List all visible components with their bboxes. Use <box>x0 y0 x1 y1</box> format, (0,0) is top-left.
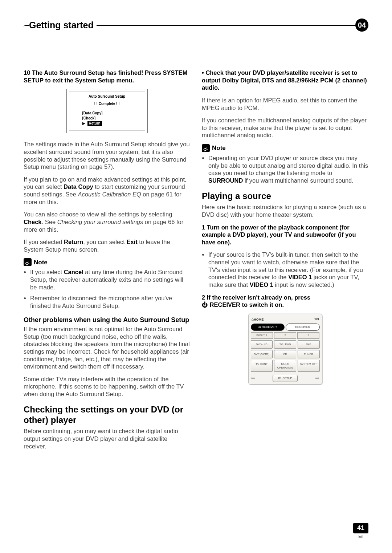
para-mpeg-option: If there is an option for MPEG audio, se… <box>202 97 368 111</box>
page-footer: 41 En <box>353 523 368 538</box>
remote-btn-dvd-ld: DVD / LD <box>251 340 273 349</box>
page-number-badge: 41 <box>353 523 368 533</box>
para-data-copy: If you plan to go on and make advanced s… <box>24 176 190 206</box>
remote-subtab-2: 2 <box>274 332 296 339</box>
para-before-continuing: Before continuing, you may want to check… <box>24 427 190 450</box>
remote-home-label: HOME <box>254 318 264 321</box>
arrow-left-icon: ⬅ <box>251 375 255 382</box>
right-column: Check that your DVD player/satellite rec… <box>202 69 368 455</box>
page-language: En <box>353 534 368 538</box>
remote-btn-setup: 🛠SETUP <box>273 375 298 382</box>
remote-btn-system-off: SYSTEM OFF <box>298 360 320 372</box>
step1-bullet: If your source is the TV's built-in tune… <box>208 251 368 288</box>
section-checking-dvd: Checking the settings on your DVD (or ot… <box>24 404 190 426</box>
step1-bullets: If your source is the TV's built-in tune… <box>202 251 368 288</box>
remote-btn-cd: CD <box>274 350 296 358</box>
power-icon <box>202 301 210 308</box>
subheading-other-problems: Other problems when using the Auto Surro… <box>24 316 190 324</box>
remote-subtab-3: 3 <box>297 332 319 339</box>
remote-page-indicator: 1/3 <box>314 317 319 321</box>
osd-return: Return <box>87 121 102 126</box>
note-icon <box>24 258 32 266</box>
para-settings-made: The settings made in the Auto Surround S… <box>24 141 190 171</box>
osd-screenshot: Auto Surround Setup ! ! Complete ! ! [Da… <box>66 89 148 133</box>
note-list: If you select Cancel at any time during … <box>24 268 190 309</box>
para-basic-instructions: Here are the basic instructions for play… <box>202 203 368 218</box>
para-room-environment: If the room environment is not optimal f… <box>24 325 190 370</box>
remote-btn-tv-cont: TV CONT <box>251 360 273 372</box>
remote-btn-dvr: DVR (VCR1) <box>251 350 273 358</box>
remote-subtab-input1: INPUT 1 <box>251 332 273 339</box>
para-multichannel-analog: If you connected the multichannel analog… <box>202 117 368 139</box>
osd-data-copy: [Data Copy] <box>72 111 143 116</box>
remote-touchscreen-graphic: HOME 1/3 ⏻ RECEIVER RECEIVER INPUT 1 2 3… <box>248 314 322 385</box>
step-10-heading: 10 The Auto Surround Setup has finished!… <box>24 69 190 84</box>
note-item: Depending on your DVD player or source d… <box>208 154 368 184</box>
remote-tab-receiver-on: ⏻ RECEIVER <box>251 324 285 331</box>
note-item: Remember to disconnect the microphone af… <box>30 294 190 309</box>
chapter-header: Getting started 04 <box>24 20 368 34</box>
note-item: If you select Cancel at any time during … <box>30 268 190 291</box>
note-label: Note <box>212 144 226 152</box>
para-return: If you selected Return, you can select E… <box>24 238 190 253</box>
note-label: Note <box>34 259 48 266</box>
osd-check: [Check] <box>72 116 143 121</box>
arrow-right-icon: ➡ <box>315 375 319 382</box>
section-playing-source: Playing a source <box>202 191 368 202</box>
chapter-number-badge: 04 <box>355 19 368 32</box>
osd-title: Auto Surround Setup <box>72 94 143 99</box>
remote-btn-sat: SAT <box>298 340 320 349</box>
left-column: 10 The Auto Surround Setup has finished!… <box>24 69 190 455</box>
para-older-tvs: Some older TVs may interfere with the op… <box>24 375 190 398</box>
remote-btn-tv-dvd: TV / DVD <box>274 340 296 349</box>
note-list: Depending on your DVD player or source d… <box>202 154 368 184</box>
note-icon <box>202 144 210 152</box>
note-header: Note <box>24 258 190 266</box>
remote-btn-tuner: TUNER <box>298 350 320 358</box>
step-1-heading: 1 Turn on the power of the playback comp… <box>202 224 368 246</box>
para-check: You can also choose to view all the sett… <box>24 211 190 233</box>
cursor-icon: ▶ <box>82 121 85 125</box>
remote-tab-receiver: RECEIVER <box>286 324 320 331</box>
step-2-heading: 2 If the receiver isn't already on, pres… <box>202 294 368 309</box>
bullet-check-dvd: Check that your DVD player/satellite rec… <box>202 69 368 92</box>
osd-status: ! ! Complete ! ! <box>72 101 143 106</box>
chapter-title: Getting started <box>29 20 97 31</box>
note-header: Note <box>202 144 368 152</box>
remote-btn-multi-op: MULTI OPERATION <box>274 360 296 372</box>
